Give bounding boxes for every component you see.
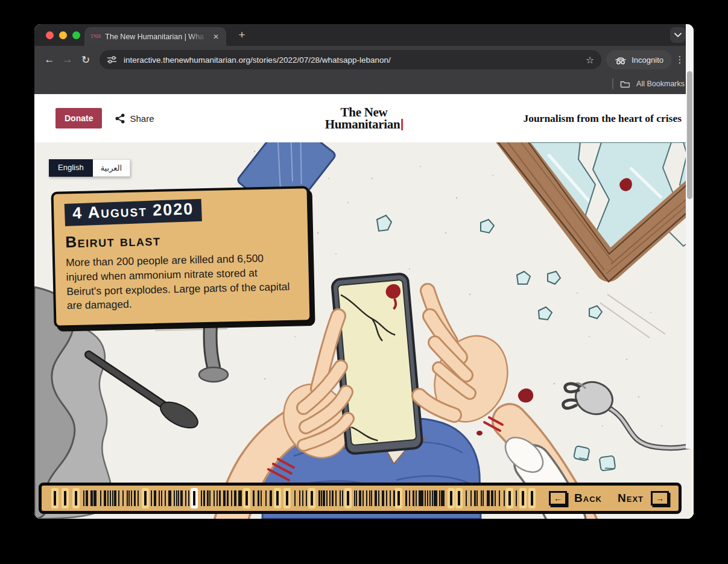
logo-line1: The New <box>325 106 404 118</box>
all-bookmarks-button[interactable]: All Bookmarks <box>636 80 685 88</box>
broken-picture-frame <box>492 142 694 282</box>
language-tab-arabic[interactable]: العربية <box>93 159 131 177</box>
traffic-lights <box>46 31 80 39</box>
minimize-window-button[interactable] <box>59 31 67 39</box>
back-icon[interactable]: ← <box>40 54 59 66</box>
story-stage: English العربية 4 August 2020 Beirut bla… <box>34 142 694 519</box>
close-window-button[interactable] <box>46 31 54 39</box>
event-card: 4 August 2020 Beirut blast More than 200… <box>51 186 312 328</box>
timeline-bar: ← Back Next → <box>39 483 682 514</box>
back-arrow-button[interactable]: ← <box>549 491 567 505</box>
chevron-down-icon <box>674 33 682 37</box>
browser-tab[interactable]: TNH The New Humanitarian | Wha ✕ <box>84 27 226 46</box>
tab-close-icon[interactable]: ✕ <box>212 33 220 41</box>
site-logo[interactable]: The New Humanitarian <box>325 106 404 130</box>
bookmark-star-icon[interactable]: ☆ <box>586 54 594 66</box>
browser-window: TNH The New Humanitarian | Wha ✕ + ← → ↻… <box>34 24 694 519</box>
tab-search-chevron-button[interactable] <box>670 27 686 43</box>
tab-title: The New Humanitarian | Wha <box>105 33 207 41</box>
event-title: Beirut blast <box>65 228 297 252</box>
donate-button[interactable]: Donate <box>55 108 102 128</box>
address-bar[interactable]: interactive.thenewhumanitarian.org/stori… <box>100 50 601 69</box>
logo-red-bar <box>401 119 403 130</box>
bookmarks-divider <box>612 78 613 89</box>
language-toggle: English العربية <box>49 159 130 177</box>
logo-line2: Humanitarian <box>325 117 400 131</box>
browser-toolbar: ← → ↻ interactive.thenewhumanitarian.org… <box>34 46 694 74</box>
new-tab-button[interactable]: + <box>235 27 249 43</box>
timeline-barcode[interactable] <box>49 488 535 509</box>
power-plug <box>563 377 694 448</box>
language-tab-english[interactable]: English <box>49 159 93 177</box>
scrollbar-thumb[interactable] <box>687 71 692 199</box>
back-label[interactable]: Back <box>574 492 602 505</box>
url-text[interactable]: interactive.thenewhumanitarian.org/stori… <box>124 55 586 65</box>
folder-icon <box>620 80 630 88</box>
tab-strip: TNH The New Humanitarian | Wha ✕ + <box>34 24 694 46</box>
bookmarks-bar: All Bookmarks <box>34 74 694 94</box>
zoom-window-button[interactable] <box>72 31 80 39</box>
forward-icon[interactable]: → <box>59 54 77 66</box>
site-header: Donate Share The New Humanitarian <box>34 94 694 142</box>
page-scrollbar[interactable] <box>686 24 694 449</box>
site-tagline: Journalism from the heart of crises <box>523 112 682 125</box>
next-label[interactable]: Next <box>618 492 644 505</box>
share-icon <box>115 113 125 124</box>
share-label: Share <box>130 113 154 124</box>
incognito-label: Incognito <box>631 55 663 65</box>
next-arrow-button[interactable]: → <box>651 491 669 505</box>
incognito-icon <box>615 55 627 65</box>
share-button[interactable]: Share <box>115 113 154 124</box>
event-description: More than 200 people are killed and 6,50… <box>66 251 291 314</box>
incognito-badge: Incognito <box>606 50 672 69</box>
site-settings-icon[interactable] <box>107 55 117 64</box>
tab-favicon: TNH <box>90 34 101 39</box>
event-date-badge: 4 August 2020 <box>65 199 202 226</box>
webpage: Donate Share The New Humanitarian <box>34 94 694 519</box>
timeline-controls: ← Back Next → <box>549 491 669 505</box>
reload-icon[interactable]: ↻ <box>77 54 95 66</box>
